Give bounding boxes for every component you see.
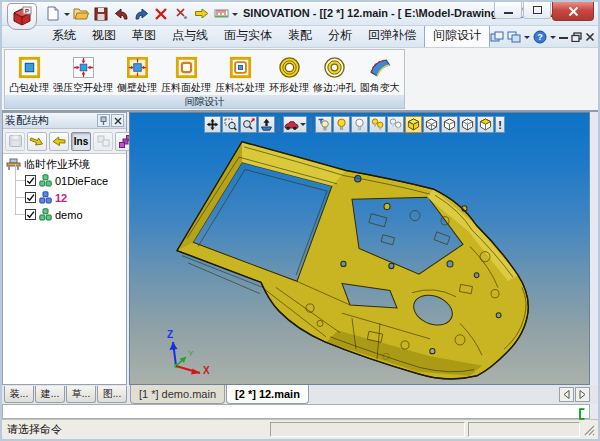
doc-tab-demo-main[interactable]: [1 *] demo.main <box>130 385 225 404</box>
half-shaded-mode-button[interactable] <box>477 116 494 133</box>
fit-view-icon <box>260 118 273 131</box>
bump-process-button[interactable]: 凸包处理 <box>7 50 51 95</box>
pan-icon <box>206 118 219 131</box>
checkbox-demo[interactable] <box>25 209 36 220</box>
panel-title: 装配结构 <box>5 113 96 128</box>
viewport-3d[interactable]: ! <box>129 112 590 385</box>
assembly-tree: 临时作业环境 01DieFac <box>3 154 126 384</box>
fit-view-button[interactable] <box>258 116 275 133</box>
panel-tab-build[interactable]: 建... <box>35 386 65 403</box>
checkbox-12[interactable] <box>25 192 36 203</box>
help-button[interactable]: ? <box>533 30 547 44</box>
open-file-button[interactable] <box>72 5 90 23</box>
forward-button[interactable] <box>192 5 210 23</box>
tab-scroll-right-button[interactable] <box>575 387 590 402</box>
dashed-hidden-cube-icon <box>461 118 474 131</box>
windows-dropdown-caret[interactable] <box>524 36 530 42</box>
tree-item-demo[interactable]: demo <box>14 206 126 223</box>
pin-icon <box>99 116 108 126</box>
linked-squares-icon <box>96 134 111 148</box>
tab-analysis[interactable]: 分析 <box>320 25 360 47</box>
tab-surface-solid[interactable]: 面与实体 <box>216 25 280 47</box>
doc-tab-12-main[interactable]: [2 *] 12.main <box>226 385 309 404</box>
zoom-dynamic-button[interactable] <box>240 116 257 133</box>
reference-set-button[interactable] <box>93 132 113 151</box>
wireframe-mode-button[interactable] <box>423 116 440 133</box>
render-type-bulb-icon <box>317 118 330 131</box>
fillet-enlarge-button[interactable]: 圆角变大 <box>358 50 402 95</box>
panel-save-button[interactable] <box>5 132 25 151</box>
side-wall-process-button[interactable]: 侧壁处理 <box>115 50 159 95</box>
light-off-icon <box>353 118 366 131</box>
delete-icon <box>154 7 168 21</box>
more-tools-button[interactable]: ! <box>495 116 505 133</box>
close-button[interactable] <box>552 2 594 21</box>
tree-item-12[interactable]: 12 <box>14 189 126 206</box>
maximize-button[interactable] <box>523 2 551 19</box>
close-icon <box>568 6 579 17</box>
tab-sketch[interactable]: 草图 <box>124 25 164 47</box>
measure-button[interactable] <box>212 5 230 23</box>
tab-view[interactable]: 视图 <box>84 25 124 47</box>
pin-panel-button[interactable] <box>97 114 110 127</box>
yellow-arrow-in-icon <box>29 135 45 148</box>
toolbar-separator <box>310 117 312 132</box>
zoom-window-button[interactable] <box>222 116 239 133</box>
tab-scroll-left-button[interactable] <box>559 387 574 402</box>
lights-on-button[interactable] <box>369 116 386 133</box>
render-type-button[interactable] <box>315 116 332 133</box>
tab-system[interactable]: 系统 <box>44 25 84 47</box>
pan-button[interactable] <box>204 116 221 133</box>
cascade-windows-icon <box>490 31 504 43</box>
import-component-button[interactable] <box>27 132 47 151</box>
panel-tab-sketch[interactable]: 草... <box>66 386 96 403</box>
view-style-car-button[interactable] <box>283 116 307 133</box>
save-file-button[interactable] <box>92 5 110 23</box>
resize-grip[interactable] <box>583 423 596 437</box>
close-panel-button[interactable] <box>111 114 124 127</box>
cascade-windows-button[interactable] <box>490 31 504 43</box>
trim-pierce-icon <box>322 55 347 80</box>
strong-press-clearance-button[interactable]: 强压空开处理 <box>51 50 115 95</box>
tab-scroll-controls <box>559 385 590 404</box>
tree-item-01dieface[interactable]: 01DieFace <box>14 172 126 189</box>
command-input-bar[interactable] <box>2 404 590 419</box>
more-tools-glyph: ! <box>498 119 502 131</box>
binder-core-process-button[interactable]: 压料芯处理 <box>213 50 267 95</box>
panel-tab-assembly[interactable]: 装... <box>4 386 34 403</box>
minimize-button[interactable] <box>494 2 522 19</box>
ins-toggle-button[interactable]: Ins <box>71 132 91 151</box>
light-off-button[interactable] <box>351 116 368 133</box>
new-file-dropdown-caret[interactable] <box>64 13 70 19</box>
tab-springback[interactable]: 回弹补偿 <box>360 25 424 47</box>
delete-point-icon <box>175 7 188 20</box>
trim-pierce-button[interactable]: 修边:冲孔 <box>311 50 358 95</box>
help-dropdown-caret[interactable] <box>550 36 556 42</box>
panel-tab-layers[interactable]: 图... <box>97 386 127 403</box>
tab-point-line[interactable]: 点与线 <box>164 25 216 47</box>
mdi-close-button[interactable] <box>585 32 595 42</box>
tab-clearance-design[interactable]: 间隙设计 <box>424 24 490 47</box>
delete-button[interactable] <box>152 5 170 23</box>
export-component-button[interactable] <box>49 132 69 151</box>
shaded-mode-button[interactable] <box>405 116 422 133</box>
light-on-button[interactable] <box>333 116 350 133</box>
hidden-line-mode-button[interactable] <box>441 116 458 133</box>
dashed-hidden-mode-button[interactable] <box>459 116 476 133</box>
ring-process-button[interactable]: 环形处理 <box>267 50 311 95</box>
toolbar-options-caret[interactable] <box>232 13 238 19</box>
binder-surface-process-button[interactable]: 压料面处理 <box>159 50 213 95</box>
lights-off-button[interactable] <box>387 116 404 133</box>
side-wall-icon <box>125 55 150 80</box>
tile-windows-button[interactable] <box>507 31 521 43</box>
delete-point-button[interactable] <box>172 5 190 23</box>
mdi-minimize-button[interactable] <box>559 35 568 39</box>
undo-button[interactable] <box>112 5 130 23</box>
checkbox-01dieface[interactable] <box>25 175 36 186</box>
new-file-button[interactable] <box>44 5 62 23</box>
app-logo[interactable]: P <box>7 3 37 30</box>
redo-button[interactable] <box>132 5 150 23</box>
panel-tab-strip: 装... 建... 草... 图... <box>2 385 129 404</box>
tab-assembly[interactable]: 装配 <box>280 25 320 47</box>
mdi-restore-button[interactable] <box>571 32 582 42</box>
